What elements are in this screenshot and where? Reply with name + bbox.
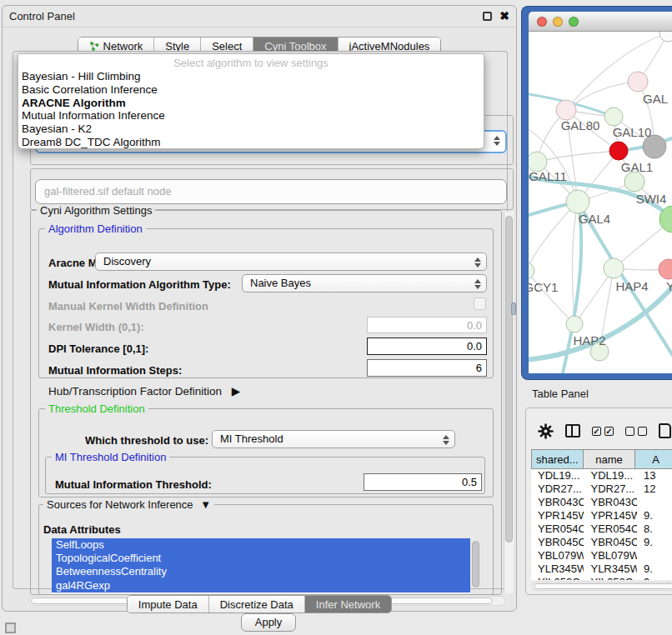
column-header-name[interactable]: name [584,449,636,469]
settings-vertical-scrollbar[interactable] [504,212,514,593]
network-node-label: GAL11 [529,169,567,183]
table-toolbar: ✓ ✓ [538,420,672,442]
aracne-mode-combo[interactable]: Discovery [95,252,487,271]
algorithm-option-bayesian-k2[interactable]: Bayesian - K2 [18,122,484,136]
network-view-window: GALGAL80GAL10GAL1GAL11SWI4GAL4GCY1HAP4YH… [521,6,672,380]
mac-minimize-icon[interactable] [553,17,563,27]
table-cell: YBR045C [584,536,636,549]
bottom-tab-impute-data[interactable]: Impute Data [128,596,208,612]
table-cell: 13 [637,469,672,482]
network-node[interactable] [659,32,672,42]
attributes-scrollbar-thumb[interactable] [472,541,479,588]
checked-box-icon: ✓ [604,427,614,436]
gear-icon[interactable] [538,423,554,439]
table-row[interactable]: YPR145WYPR145W9. [531,509,672,522]
which-threshold-combo[interactable]: MI Threshold [212,430,455,448]
mi-type-label: Mutual Information Algorithm Type: [48,278,231,291]
mi-steps-field[interactable] [367,359,487,377]
network-node-gal[interactable] [628,72,648,92]
data-attributes-list[interactable]: SelfLoopsTopologicalCoefficientBetweenne… [52,538,470,593]
bottom-tab-discretize-data-label: Discretize Data [220,598,293,611]
combo-spinner-icon [474,278,480,290]
network-graph[interactable]: GALGAL80GAL10GAL1GAL11SWI4GAL4GCY1HAP4YH… [529,32,672,373]
bottom-tab-infer-network[interactable]: Infer Network [304,596,391,612]
network-node-y[interactable] [659,259,672,279]
table-row[interactable]: YBR045CYBR045C9. [531,536,672,549]
table-cell: YBL079W [584,549,636,562]
expand-arrow-icon: ▶ [232,385,240,398]
select-all-columns-icon[interactable]: ✓ ✓ [592,427,614,436]
network-node-gal80[interactable] [556,100,576,120]
table-cell: YDR27... [584,482,636,496]
table-cell: YER054C [584,522,636,536]
which-threshold-value: MI Threshold [220,432,283,445]
data-attribute-item[interactable]: gal4RGexp [52,579,470,592]
data-attribute-item[interactable]: SelfLoops [52,538,470,552]
algorithm-option-basic-correlation-inference[interactable]: Basic Correlation Inference [18,83,484,97]
export-table-icon[interactable] [659,423,671,438]
unchecked-box-icon [638,427,647,436]
column-header-shared-[interactable]: shared... [531,449,584,469]
network-node-label: GAL [643,92,668,106]
sources-group-title: Sources for Network Inference [47,498,193,511]
network-node-gal10[interactable] [604,108,623,126]
algorithm-option-bayesian-hill-climbing[interactable]: Bayesian - Hill Climbing [18,70,484,83]
table-horizontal-scrollbar[interactable] [531,582,672,591]
table-row[interactable]: YDR27...YDR27...12 [531,482,672,496]
settings-vertical-scrollbar-thumb[interactable] [505,216,513,542]
table-cell: YPR145W [584,509,636,522]
data-attribute-item[interactable]: BetweennessCentrality [52,565,470,578]
bottom-tab-bar: Impute DataDiscretize DataInfer Network [3,595,516,613]
network-node-gal4[interactable] [566,190,589,213]
mi-threshold-label: Mutual Information Threshold: [55,478,212,491]
table-horizontal-scrollbar-thumb[interactable] [534,583,672,589]
close-icon[interactable]: ✖ [499,12,509,21]
data-attribute-item[interactable]: TopologicalCoefficient [52,552,470,565]
data-attributes-label: Data Attributes [43,523,121,536]
network-node-hap2[interactable] [566,316,583,332]
table-cell: YBR043C [531,496,584,509]
apply-button[interactable]: Apply [241,613,296,632]
network-node-hap4[interactable] [604,258,624,278]
algorithm-definition-title: Algorithm Definition [45,223,146,234]
mi-threshold-field[interactable] [364,473,482,491]
sources-group-toggle[interactable]: Sources for Network Inference ▼ [43,499,214,510]
collapsed-panel-icon[interactable] [5,622,16,633]
network-node-label: GCY1 [529,280,558,294]
mac-zoom-icon[interactable] [569,17,579,27]
pane-splitter-grip[interactable] [511,302,516,315]
algorithm-option-dream8-dc-tdc-algorithm[interactable]: Dream8 DC_TDC Algorithm [18,136,484,149]
table-cell: YDL19... [531,469,584,482]
network-window-titlebar[interactable] [529,12,672,32]
kernel-width-label: Kernel Width (0,1): [48,321,144,333]
table-row[interactable]: YDL19...YDL19...13 [531,469,672,482]
table-cell: YBR043C [584,496,636,509]
mac-close-icon[interactable] [537,17,547,27]
unselect-all-columns-icon[interactable] [625,427,647,436]
kernel-width-field[interactable] [367,317,487,333]
table-row[interactable]: YER054CYER054C8. [531,522,672,536]
table-cell: 9. [637,509,672,522]
network-node-gal1[interactable] [609,142,628,160]
network-node-gcy1[interactable] [529,262,534,279]
show-columns-icon[interactable] [565,424,580,438]
table-row[interactable]: YBL079WYBL079W [531,549,672,562]
algorithm-option-aracne-algorithm[interactable]: ARACNE Algorithm [18,97,484,110]
dpi-tolerance-field[interactable] [367,338,487,355]
manual-kernel-checkbox[interactable] [474,298,486,310]
table-row[interactable]: YBR043CYBR043C [531,496,672,509]
float-window-icon[interactable] [483,12,492,21]
network-node-swi4[interactable] [624,172,644,192]
hub-section-toggle[interactable]: Hub/Transcription Factor Definition ▶ [48,384,240,398]
mi-type-combo[interactable]: Naive Bayes [242,274,487,292]
column-header-a[interactable]: A [635,449,672,469]
node-attribute-table: shared...nameA YDL19...YDL19...13YDR27..… [531,449,672,580]
bottom-tab-discretize-data[interactable]: Discretize Data [208,596,304,612]
network-canvas[interactable]: GALGAL80GAL10GAL1GAL11SWI4GAL4GCY1HAP4YH… [529,32,672,373]
algorithm-option-mutual-information-inference[interactable]: Mutual Information Inference [18,109,484,122]
table-row[interactable]: YLR345WYLR345W9. [531,562,672,576]
table-row[interactable]: YIL052CYIL052C9 [531,576,672,580]
table-cell: YER054C [531,522,584,536]
threshold-definition-title: Threshold Definition [45,403,148,414]
table-selector-combo[interactable]: gal-filtered.sif default node [35,179,507,204]
